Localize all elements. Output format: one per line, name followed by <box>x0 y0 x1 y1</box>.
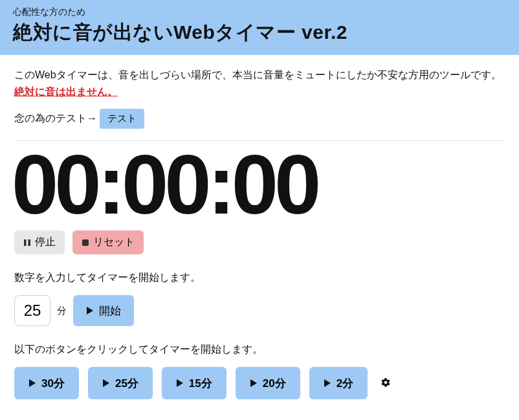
settings-button[interactable] <box>377 373 395 393</box>
preset-label: 25分 <box>115 376 138 391</box>
pause-icon <box>23 239 31 247</box>
svg-rect-1 <box>28 239 31 246</box>
header-title: 絶対に音が出ないWebタイマー ver.2 <box>13 19 506 46</box>
preset-button-2min[interactable]: 2分 <box>309 367 368 399</box>
pause-button[interactable]: 停止 <box>14 230 65 254</box>
header-subtitle: 心配性な方のため <box>13 6 506 18</box>
preset-label: 30分 <box>41 376 65 391</box>
start-button[interactable]: 開始 <box>73 295 134 326</box>
preset-label: 2分 <box>337 376 353 391</box>
timer-display: 00:00:00 <box>12 142 505 227</box>
preset-button-15min[interactable]: 15分 <box>162 367 226 399</box>
test-label: 念の為のテスト→ <box>14 112 97 126</box>
preset-button-30min[interactable]: 30分 <box>14 367 79 399</box>
preset-label: 15分 <box>189 376 212 391</box>
intro-block: このWebタイマーは、音を出しづらい場所で、本当に音量をミュートにしたか不安な方… <box>14 67 505 100</box>
reset-button[interactable]: リセット <box>72 230 144 254</box>
preset-label: 20分 <box>263 376 286 391</box>
controls-row: 停止 リセット <box>14 230 505 254</box>
intro-description-text: このWebタイマーは、音を出しづらい場所で、本当に音量をミュートにしたか不安な方… <box>14 69 502 80</box>
svg-rect-0 <box>24 239 27 246</box>
play-icon <box>176 379 184 388</box>
play-icon <box>250 379 258 388</box>
input-row: 分 開始 <box>14 295 505 326</box>
app-header: 心配性な方のため 絶対に音が出ないWebタイマー ver.2 <box>0 0 519 55</box>
test-button[interactable]: テスト <box>100 109 144 129</box>
start-button-label: 開始 <box>99 304 121 318</box>
preset-button-20min[interactable]: 20分 <box>236 367 300 399</box>
reset-button-label: リセット <box>93 236 135 249</box>
minutes-input[interactable] <box>14 295 50 326</box>
play-icon <box>28 379 36 388</box>
preset-row: 30分 25分 15分 20分 2分 <box>14 367 505 399</box>
preset-button-25min[interactable]: 25分 <box>88 367 153 399</box>
test-row: 念の為のテスト→ テスト <box>14 109 505 129</box>
play-icon <box>86 306 94 315</box>
no-sound-link[interactable]: 絶対に音は出ません。 <box>14 86 118 97</box>
svg-rect-2 <box>82 239 89 246</box>
preset-section-label: 以下のボタンをクリックしてタイマーを開始します。 <box>14 343 505 357</box>
gear-icon <box>381 377 391 388</box>
minutes-unit: 分 <box>57 305 67 317</box>
pause-button-label: 停止 <box>35 236 56 249</box>
play-icon <box>102 379 110 388</box>
play-icon <box>324 379 331 388</box>
input-section-label: 数字を入力してタイマーを開始します。 <box>14 271 505 285</box>
stop-icon <box>82 239 89 247</box>
